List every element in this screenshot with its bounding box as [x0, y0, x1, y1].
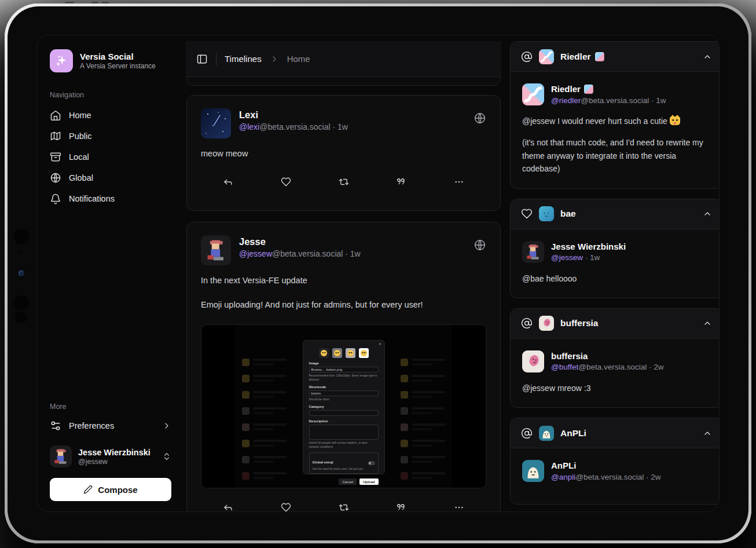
post-card-jesse[interactable]: Jesse @jessew@beta.versia.social · 1w In…	[186, 222, 501, 512]
header-divider	[216, 53, 216, 65]
compose-label: Compose	[98, 485, 137, 495]
quote-button[interactable]	[396, 502, 406, 512]
post-text: Emoji uploading! And not just for admins…	[201, 299, 486, 312]
section-label-navigation: Navigation	[50, 91, 171, 99]
like-button[interactable]	[281, 177, 291, 187]
chevron-up-icon[interactable]	[703, 319, 712, 328]
notification-author-name[interactable]: AnPLi	[551, 460, 576, 472]
avatar[interactable]	[201, 108, 231, 138]
account-switcher[interactable]: Jesse Wierzbinski @jessew	[50, 445, 171, 467]
filename-text: bottom.png	[326, 368, 342, 371]
file-input: Browse... bottom.png	[309, 367, 379, 372]
avatar[interactable]	[522, 241, 544, 263]
more-options-button[interactable]	[454, 177, 464, 187]
notification-group-header[interactable]: AnPLi	[511, 418, 720, 448]
notification-title: bae	[560, 209, 576, 219]
avatar[interactable]	[522, 83, 544, 105]
avatar	[539, 426, 554, 441]
post-author-handle[interactable]: @jessew	[239, 249, 272, 258]
post-author-meta: @beta.versia.social · 1w	[259, 122, 348, 131]
current-user-handle: @jessew	[78, 458, 151, 466]
notification-author-handle[interactable]: @anpli	[551, 473, 575, 481]
emoji-preview-row	[309, 348, 379, 358]
post-actions	[201, 502, 486, 512]
post-author-meta: @beta.versia.social · 1w	[272, 249, 361, 258]
post-author-name[interactable]: Lexi	[239, 108, 348, 121]
chevron-up-icon[interactable]	[703, 209, 712, 218]
notification-text: (it's not that much code, and I'd need t…	[522, 136, 711, 175]
sidebar-item-preferences[interactable]: Preferences	[50, 415, 171, 436]
notification-author-name[interactable]: buffersia	[551, 350, 588, 362]
upload-button: Upload	[359, 478, 378, 485]
avatar[interactable]	[201, 235, 231, 265]
shortcode-label: Shortcode	[309, 385, 379, 389]
timeline-column: Timelines Home	[186, 35, 501, 512]
post-author-handle[interactable]: @lexi	[239, 122, 259, 131]
sidebar-item-global[interactable]: Global	[50, 167, 171, 188]
cube-emoji	[595, 52, 604, 61]
current-user-name: Jesse Wierzbinski	[78, 447, 151, 458]
notification-group-header[interactable]: Riedler	[511, 42, 720, 72]
instance-header[interactable]: Versia Social A Versia Server instance	[50, 49, 171, 72]
avatar[interactable]	[522, 350, 544, 372]
post-card-lexi[interactable]: Lexi @lexi@beta.versia.social · 1w meow …	[186, 95, 501, 211]
quote-button[interactable]	[396, 177, 406, 187]
shortcode-value: bottom	[311, 392, 321, 395]
notification-author-handle[interactable]: @buffet	[551, 363, 578, 371]
notification-author-handle[interactable]: @riedler	[551, 96, 581, 105]
sidebar-toggle-icon[interactable]	[196, 53, 208, 65]
image-hint: Recommended size: 128x128px. Every image…	[309, 374, 379, 382]
sidebar-item-home[interactable]: Home	[50, 105, 171, 126]
notification-author-name[interactable]: Riedler	[551, 83, 581, 95]
camera-sensor	[14, 295, 29, 310]
notification-group-header[interactable]: bae	[511, 199, 720, 229]
app-tagline: A Versia Server instance	[80, 62, 156, 70]
notification-group-header[interactable]: buffersia	[511, 309, 720, 339]
reply-button[interactable]	[223, 177, 233, 187]
breadcrumb-root[interactable]: Timelines	[225, 54, 262, 64]
front-camera	[19, 271, 24, 276]
global-emoji-label: Global emoji	[313, 461, 333, 464]
pleading-emoji-dark	[319, 348, 329, 358]
home-icon	[50, 109, 61, 121]
emoji-upload-dialog: × Image Browse... bot	[303, 340, 385, 474]
notification-group-riedler: Riedler Riedler @riedler@beta.versia.s	[510, 41, 720, 189]
image-field-label: Image	[309, 361, 379, 365]
post-attachment-image[interactable]: × Image Browse... bot	[201, 324, 486, 488]
avatar[interactable]	[522, 460, 544, 482]
globe-icon	[50, 172, 61, 184]
notification-author-name[interactable]: Jesse Wierzbinski	[551, 241, 626, 253]
post-text: meow meow	[201, 148, 486, 160]
boost-button[interactable]	[339, 177, 349, 187]
like-button[interactable]	[281, 502, 291, 512]
notification-author-handle[interactable]: @jessew	[551, 253, 583, 262]
notification-group-anpli: AnPLi AnPLi @anpli@beta.versia.social	[510, 418, 720, 505]
tablet-bezel: Versia Social A Versia Server instance N…	[8, 6, 748, 540]
tablet-frame: Versia Social A Versia Server instance N…	[5, 3, 751, 543]
chevrons-up-down-icon	[162, 452, 171, 461]
notification-author-meta: @beta.versia.social · 1w	[581, 96, 666, 105]
at-sign-icon	[521, 428, 533, 439]
visibility-globe-icon[interactable]	[474, 108, 486, 127]
cube-emoji	[584, 85, 593, 94]
global-emoji-toggle	[368, 461, 375, 465]
boost-button[interactable]	[339, 502, 349, 512]
notification-author-meta: · 1w	[583, 253, 600, 262]
sidebar-item-public[interactable]: Public	[50, 126, 171, 147]
compose-button[interactable]: Compose	[50, 478, 171, 501]
notification-title: buffersia	[560, 318, 598, 328]
chevron-up-icon[interactable]	[703, 429, 712, 438]
visibility-globe-icon[interactable]	[474, 235, 486, 254]
reply-button[interactable]	[223, 502, 233, 512]
sidebar-item-local[interactable]: Local	[50, 147, 171, 167]
pleading-emoji-white	[359, 348, 369, 358]
heart-icon	[521, 208, 533, 220]
post-author-name[interactable]: Jesse	[239, 235, 361, 248]
chevron-up-icon[interactable]	[703, 52, 712, 61]
sidebar-item-notifications[interactable]: Notifications	[50, 188, 171, 209]
cancel-button: Cancel	[339, 478, 357, 485]
app-title: Versia Social	[80, 52, 156, 63]
at-sign-icon	[521, 51, 533, 63]
more-options-button[interactable]	[454, 502, 464, 512]
sidebar-item-label: Notifications	[69, 194, 115, 203]
